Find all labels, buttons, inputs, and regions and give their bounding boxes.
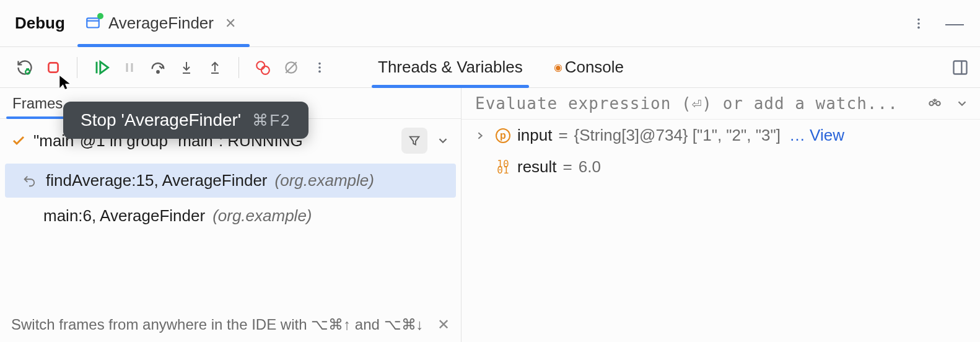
variables-panel: Evaluate expression (⏎) or add a watch..…: [462, 88, 980, 342]
step-into-button[interactable]: [173, 54, 200, 81]
parameter-icon: p: [495, 128, 511, 144]
evaluate-input[interactable]: Evaluate expression (⏎) or add a watch..…: [475, 94, 898, 113]
mouse-cursor-icon: [57, 73, 73, 92]
svg-point-5: [25, 69, 30, 74]
tooltip-text: Stop 'AverageFinder': [81, 110, 241, 130]
frame-location: findAverage:15, AverageFinder: [46, 171, 268, 190]
expand-icon[interactable]: [475, 131, 489, 141]
more-actions-button[interactable]: [306, 54, 333, 81]
variable-row[interactable]: 1001 result = 6.0: [462, 151, 980, 183]
svg-rect-0: [87, 18, 99, 27]
hint-text: Switch frames from anywhere in the IDE w…: [11, 316, 424, 333]
svg-rect-7: [48, 63, 58, 72]
pause-button[interactable]: [116, 54, 143, 81]
view-link[interactable]: … View: [789, 126, 844, 145]
panel-title: Debug: [15, 14, 65, 33]
close-hint-icon[interactable]: ✕: [437, 316, 450, 333]
file-icon: [85, 15, 101, 32]
mute-breakpoints-button[interactable]: [278, 54, 305, 81]
svg-point-12: [157, 71, 159, 73]
frame-row[interactable]: main:6, AverageFinder (org.example): [0, 199, 461, 233]
svg-point-27: [936, 102, 940, 106]
content-tabs: Threads & Variables ◉ Console: [372, 47, 630, 87]
var-name: input: [517, 126, 552, 145]
thread-actions: [401, 128, 450, 154]
more-options-icon[interactable]: [908, 13, 929, 34]
svg-point-22: [318, 66, 321, 69]
tab-label: Console: [565, 58, 624, 77]
primitive-icon: 1001: [495, 159, 511, 175]
frames-tab-label: Frames: [12, 95, 63, 112]
frame-package: (org.example): [275, 171, 374, 190]
svg-point-2: [917, 18, 920, 20]
toolbar-separator: [238, 57, 239, 78]
modified-dot-icon: [97, 13, 103, 19]
run-config-tabs: AverageFinder ✕: [77, 0, 250, 46]
header-actions: —: [908, 13, 980, 34]
view-breakpoints-button[interactable]: [249, 54, 276, 81]
svg-point-4: [917, 26, 920, 28]
tab-console[interactable]: ◉ Console: [548, 47, 630, 87]
resume-button[interactable]: [87, 54, 115, 81]
debug-header: Debug AverageFinder ✕ —: [0, 0, 980, 47]
frame-package: (org.example): [212, 206, 312, 226]
tab-threads-variables[interactable]: Threads & Variables: [372, 47, 529, 87]
drop-frame-icon[interactable]: [22, 174, 36, 188]
tab-label: Threads & Variables: [378, 58, 523, 77]
step-over-button[interactable]: [144, 54, 172, 81]
minimize-icon[interactable]: —: [940, 13, 969, 34]
chevron-down-icon[interactable]: [436, 134, 450, 147]
svg-point-17: [256, 61, 265, 69]
tooltip-shortcut: ⌘F2: [252, 111, 291, 130]
stop-tooltip: Stop 'AverageFinder' ⌘F2: [63, 102, 308, 139]
svg-marker-9: [100, 61, 108, 73]
tab-label: AverageFinder: [108, 14, 214, 33]
svg-point-21: [318, 62, 321, 64]
svg-point-26: [929, 102, 934, 106]
variable-row[interactable]: p input = {String[3]@734} ["1", "2", "3"…: [462, 120, 980, 151]
frame-location: main:6, AverageFinder: [43, 206, 205, 226]
filter-button[interactable]: [401, 128, 427, 154]
toolbar-separator: [77, 57, 77, 78]
alert-dot-icon: ◉: [554, 61, 562, 73]
var-value: {String[3]@734} ["1", "2", "3"]: [574, 126, 781, 145]
var-name: result: [517, 157, 557, 177]
check-icon: [11, 133, 26, 148]
close-tab-icon[interactable]: ✕: [221, 13, 240, 34]
evaluate-row: Evaluate expression (⏎) or add a watch..…: [462, 88, 980, 120]
debug-toolbar: Threads & Variables ◉ Console: [0, 47, 980, 88]
add-watch-icon[interactable]: [927, 95, 943, 112]
svg-point-18: [261, 66, 269, 74]
chevron-down-icon[interactable]: [955, 97, 969, 110]
restart-debug-button[interactable]: [11, 54, 38, 81]
run-config-tab[interactable]: AverageFinder ✕: [77, 0, 250, 46]
frame-row[interactable]: findAverage:15, AverageFinder (org.examp…: [5, 164, 456, 198]
equals: =: [558, 126, 567, 145]
hint-bar: Switch frames from anywhere in the IDE w…: [0, 307, 461, 342]
svg-rect-24: [954, 61, 967, 74]
svg-point-23: [318, 70, 321, 72]
toolbar-right: [952, 59, 980, 76]
step-out-button[interactable]: [201, 54, 229, 81]
equals: =: [563, 157, 572, 177]
layout-settings-icon[interactable]: [952, 59, 969, 76]
svg-point-3: [917, 22, 920, 25]
var-value: 6.0: [579, 157, 601, 177]
